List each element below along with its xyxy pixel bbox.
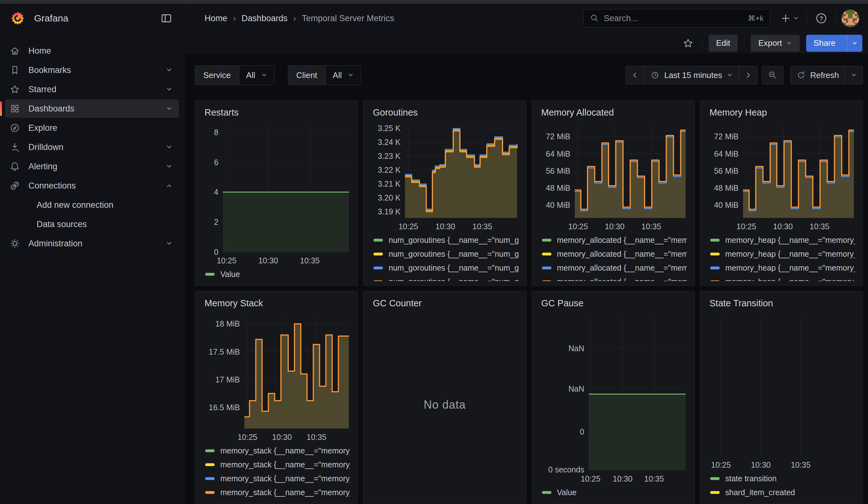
edit-button[interactable]: Edit — [709, 35, 738, 52]
share-menu-button[interactable] — [847, 35, 862, 52]
client-filter-value[interactable]: All — [326, 66, 361, 85]
legend-item[interactable]: num_goroutines {__name__="num_go — [371, 261, 518, 275]
legend-item[interactable]: num_goroutines {__name__="num_go — [371, 233, 518, 247]
sidebar-item-bookmarks[interactable]: Bookmarks — [5, 61, 179, 79]
navbar-actions: ? — [778, 10, 859, 27]
sidebar-item-connections[interactable]: Connections — [5, 176, 179, 195]
legend-color-marker — [542, 239, 551, 241]
svg-text:10:30: 10:30 — [436, 222, 455, 231]
share-button[interactable]: Share — [806, 35, 843, 52]
chevron-down-icon — [166, 144, 173, 151]
panel-title[interactable]: Goroutines — [373, 107, 518, 118]
panel-gc-counter: GC Counter No data — [363, 291, 526, 504]
legend-item[interactable]: memory_allocated {__name__="memo — [539, 275, 687, 281]
sidebar-item-starred[interactable]: Starred — [5, 80, 179, 99]
svg-text:10:35: 10:35 — [307, 433, 327, 442]
link-icon — [9, 180, 20, 191]
legend-item[interactable]: Value — [539, 485, 687, 499]
chevron-down-icon — [261, 72, 267, 78]
chevron-down-icon — [166, 105, 173, 112]
legend-item[interactable]: memory_stack {__name__="memory_s — [203, 457, 350, 472]
panel-title[interactable]: Memory Stack — [205, 298, 350, 309]
svg-text:10:30: 10:30 — [613, 474, 632, 483]
sidebar-item-add-new-connection[interactable]: Add new connection — [5, 196, 179, 214]
sidebar-item-data-sources[interactable]: Data sources — [5, 215, 179, 233]
legend-item[interactable]: num_goroutines {__name__="num_go — [371, 247, 518, 261]
svg-text:10:30: 10:30 — [258, 256, 278, 265]
breadcrumb-home[interactable]: Home — [205, 13, 227, 23]
legend-item[interactable]: Value — [203, 267, 350, 281]
sidebar-item-label: Starred — [28, 85, 166, 94]
svg-text:10:35: 10:35 — [790, 460, 810, 469]
sidebar-item-dashboards[interactable]: Dashboards — [5, 100, 179, 118]
sidebar-item-drilldown[interactable]: Drilldown — [5, 138, 179, 156]
legend-item[interactable]: shard_item_created — [707, 485, 855, 499]
legend-color-marker — [205, 273, 215, 276]
legend-item[interactable]: memory_heap {__name__="memory_h — [707, 261, 855, 275]
panel-title[interactable]: Memory Allocated — [541, 107, 687, 118]
legend-item[interactable]: memory_heap {__name__="memory_h — [707, 247, 855, 261]
panel-title[interactable]: GC Pause — [541, 298, 687, 309]
panel-gc-pause: GC Pause NaNNaN00 seconds10:2510:3010:35… — [531, 291, 695, 504]
chevron-down-icon — [166, 163, 173, 170]
search-input[interactable]: Search... ⌘+k — [583, 9, 770, 28]
star-dashboard-button[interactable] — [681, 36, 696, 51]
legend-item[interactable]: memory_allocated {__name__="memo — [539, 247, 687, 261]
service-filter-value[interactable]: All — [239, 66, 274, 85]
panel-toggle-icon — [160, 12, 173, 25]
svg-text:0: 0 — [580, 427, 584, 436]
svg-text:?: ? — [819, 15, 823, 22]
legend-item[interactable]: memory_heap {__name__="memory_h — [707, 275, 855, 281]
sidebar-item-alerting[interactable]: Alerting — [5, 157, 179, 176]
refresh-interval-button[interactable] — [845, 66, 862, 84]
legend-item[interactable]: memory_heap {__name__="memory_h — [707, 233, 855, 247]
chevron-down-icon — [166, 240, 173, 247]
export-button[interactable]: Export — [751, 35, 799, 52]
svg-text:3.20 K: 3.20 K — [378, 193, 401, 202]
legend-item[interactable]: num_goroutines {__name__="num_go — [371, 275, 518, 281]
user-avatar[interactable] — [841, 10, 859, 27]
legend-item[interactable]: memory_stack {__name__="memory_s — [203, 485, 350, 499]
sidebar-item-administration[interactable]: Administration — [5, 234, 179, 253]
legend-item[interactable]: memory_allocated {__name__="memo — [539, 261, 687, 275]
legend-item[interactable]: memory_stack {__name__="memory_s — [203, 472, 350, 485]
breadcrumb-dashboards[interactable]: Dashboards — [241, 13, 288, 23]
svg-text:NaN: NaN — [568, 384, 584, 393]
time-range-picker[interactable]: Last 15 minutes — [644, 66, 738, 84]
legend-label: num_goroutines {__name__="num_go — [389, 249, 518, 259]
plus-icon — [780, 13, 791, 24]
panel-state-transition: State Transition 10:2510:3010:35 state t… — [700, 291, 863, 504]
sidebar-item-home[interactable]: Home — [5, 42, 179, 60]
help-button[interactable]: ? — [813, 10, 830, 27]
panel-title[interactable]: Memory Heap — [710, 107, 855, 118]
time-shift-back-button[interactable] — [626, 66, 644, 84]
time-shift-forward-button[interactable] — [738, 66, 757, 84]
sidebar-collapse-button[interactable] — [158, 10, 175, 27]
panel-title[interactable]: Restarts — [205, 107, 350, 118]
svg-text:10:35: 10:35 — [473, 222, 493, 231]
sidebar-item-label: Dashboards — [28, 104, 166, 114]
legend-label: num_goroutines {__name__="num_go — [389, 236, 518, 245]
legend-item[interactable]: state transition — [707, 472, 855, 485]
bookmark-icon — [9, 65, 20, 75]
panel-title[interactable]: GC Counter — [373, 298, 518, 309]
memory-stack-legend: memory_stack {__name__="memory_smemory_s… — [203, 444, 350, 499]
service-filter-label: Service — [195, 66, 239, 85]
legend-item[interactable]: memory_allocated {__name__="memo — [539, 233, 687, 247]
legend-label: memory_allocated {__name__="memo — [557, 263, 687, 272]
home-icon — [9, 45, 20, 56]
legend-color-marker — [542, 280, 551, 281]
legend-color-marker — [373, 253, 383, 256]
legend-item[interactable]: memory_stack {__name__="memory_s — [203, 444, 350, 457]
chevron-right-icon — [745, 72, 752, 79]
time-zoom-out-button[interactable] — [762, 66, 783, 84]
panel-title[interactable]: State Transition — [710, 298, 855, 309]
legend-color-marker — [205, 463, 215, 466]
legend-label: memory_heap {__name__="memory_h — [725, 236, 855, 245]
svg-text:10:35: 10:35 — [809, 222, 829, 231]
refresh-button[interactable]: Refresh — [790, 66, 845, 84]
chevron-down-icon — [726, 72, 733, 78]
add-new-button[interactable] — [778, 11, 801, 25]
sidebar-item-label: Drilldown — [28, 142, 166, 152]
sidebar-item-explore[interactable]: Explore — [5, 119, 179, 137]
